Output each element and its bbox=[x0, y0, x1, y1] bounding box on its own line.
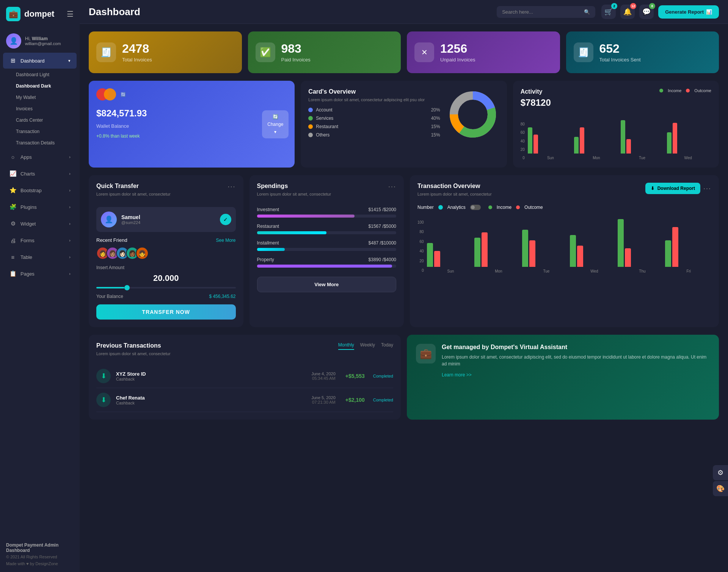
prev-bottom-row: Previous Transactions Lorem ipsum dolor … bbox=[89, 335, 719, 420]
sub-cards-center[interactable]: Cards Center bbox=[0, 114, 80, 126]
fab-palette[interactable]: 🎨 bbox=[713, 481, 728, 496]
generate-report-label: Generate Report bbox=[665, 9, 704, 15]
restaurant-spend-value: $1567 /$5000 bbox=[369, 224, 396, 229]
services-label: Services bbox=[316, 116, 333, 121]
sub-dashboard-dark[interactable]: Dashboard Dark bbox=[0, 80, 80, 92]
sidebar-item-charts[interactable]: 📈 Charts › bbox=[3, 166, 77, 182]
sidebar-item-plugins[interactable]: 🧩 Plugins › bbox=[3, 199, 77, 215]
sidebar-item-bootstrap[interactable]: ⭐ Bootstrap › bbox=[3, 182, 77, 198]
big-income-fri bbox=[665, 240, 671, 267]
activity-legend: Income Outcome bbox=[659, 88, 711, 93]
sidebar-item-dashboard[interactable]: ⊞ Dashboard ▾ bbox=[3, 53, 77, 69]
table-row: ⬇ XYZ Store ID Cashback June 4, 2020 05:… bbox=[96, 364, 393, 388]
legend-account: Account 20% bbox=[308, 107, 440, 113]
tx-legend: Number Analytics Income Outcome bbox=[417, 205, 711, 210]
big-y-axis: 100806040200 bbox=[417, 220, 424, 273]
property-label: Property bbox=[257, 257, 274, 262]
cart-button[interactable]: 🛒 2 bbox=[601, 5, 616, 19]
sub-dashboard-light[interactable]: Dashboard Light bbox=[0, 69, 80, 80]
tx-row-1-icon: ⬇ bbox=[96, 369, 111, 383]
sidebar-item-forms[interactable]: 🖨 Forms › bbox=[3, 232, 77, 248]
tx-row-1-status: Completed bbox=[373, 374, 393, 378]
services-pct: 40% bbox=[431, 116, 440, 121]
sidebar-item-apps[interactable]: ○ Apps › bbox=[3, 149, 77, 165]
big-outcome-tue bbox=[529, 240, 535, 267]
pages-label: Pages bbox=[20, 271, 65, 277]
fab-settings[interactable]: ⚙ bbox=[713, 465, 728, 480]
spendings-menu[interactable]: ··· bbox=[388, 183, 396, 191]
total-sent-icon: 🧾 bbox=[574, 42, 593, 62]
generate-report-button[interactable]: Generate Report 📊 bbox=[658, 5, 719, 19]
chart-icon: 📊 bbox=[706, 9, 712, 15]
chevron-down-icon: ▾ bbox=[68, 58, 71, 63]
spendings-header: Spendings Lorem ipsum dolor sit amet, co… bbox=[257, 183, 397, 202]
messages-button[interactable]: 💬 8 bbox=[639, 5, 654, 19]
sidebar-item-pages[interactable]: 📋 Pages › bbox=[3, 266, 77, 282]
view-more-button[interactable]: View More bbox=[257, 277, 397, 292]
big-bar-sun bbox=[427, 243, 473, 267]
quick-transfer-menu[interactable]: ··· bbox=[228, 183, 235, 191]
search-input[interactable] bbox=[502, 9, 581, 15]
dashboard-label: Dashboard bbox=[20, 58, 64, 64]
overview-subtitle: Lorem ipsum dolor sit amet, consectetur … bbox=[308, 97, 440, 102]
total-invoices-label: Total Invoices bbox=[122, 57, 152, 63]
logo-icon: 💼 bbox=[6, 7, 20, 21]
total-sent-info: 652 Total Invoices Sent bbox=[599, 42, 641, 63]
total-sent-label: Total Invoices Sent bbox=[599, 57, 641, 63]
message-badge: 8 bbox=[649, 3, 655, 9]
apps-icon: ○ bbox=[9, 153, 17, 161]
insert-amount-section: Insert Amount 20.000 Your Balance $ 456,… bbox=[96, 265, 236, 299]
transfer-user-info: Samuel @sum224 bbox=[121, 214, 140, 225]
spending-installment: Installment $487 /$10000 bbox=[257, 240, 397, 251]
middle-row: 🔄 $824,571.93 Wallet Balance +0.8% than … bbox=[89, 81, 719, 168]
sub-transaction-details[interactable]: Transaction Details bbox=[0, 137, 80, 149]
installment-value: $487 /$10000 bbox=[369, 240, 396, 246]
change-label: Change bbox=[267, 122, 283, 127]
overview-title: Card's Overview bbox=[308, 88, 440, 95]
widget-icon: ⚙ bbox=[9, 220, 17, 227]
refresh-icon-2: 🔄 bbox=[273, 114, 278, 119]
footer-brand: Dompet Payment Admin Dashboard bbox=[6, 542, 74, 553]
prev-tx-header: Previous Transactions Lorem ipsum dolor … bbox=[96, 342, 393, 361]
tx-row-1-info: XYZ Store ID Cashback bbox=[116, 371, 146, 381]
sub-transaction[interactable]: Transaction bbox=[0, 126, 80, 137]
sidebar-item-widget[interactable]: ⚙ Widget › bbox=[3, 216, 77, 232]
see-more-link[interactable]: See More bbox=[216, 238, 235, 243]
big-bar-fri bbox=[665, 227, 711, 267]
sidebar-item-table[interactable]: ≡ Table › bbox=[3, 249, 77, 265]
spendings-subtitle: Lorem ipsum dolor sit amet, consectetur bbox=[257, 192, 331, 196]
transfer-check-icon: ✓ bbox=[220, 214, 231, 225]
learn-more-link[interactable]: Learn more >> bbox=[442, 372, 472, 378]
download-report-button[interactable]: ⬇ Download Report bbox=[645, 183, 700, 194]
transfer-now-button[interactable]: TRANSFER NOW bbox=[96, 304, 236, 320]
unpaid-invoices-icon: ✕ bbox=[414, 42, 434, 62]
change-button[interactable]: 🔄 Change ▾ bbox=[262, 110, 289, 138]
avatar: 👤 bbox=[6, 33, 21, 49]
notifications-button[interactable]: 🔔 12 bbox=[620, 5, 635, 19]
tab-weekly[interactable]: Weekly bbox=[360, 342, 375, 350]
header-icons: 🛒 2 🔔 12 💬 8 Generate Report 📊 bbox=[601, 5, 719, 19]
tab-today[interactable]: Today bbox=[381, 342, 393, 350]
sub-my-wallet[interactable]: My Wallet bbox=[0, 92, 80, 103]
amount-slider[interactable] bbox=[96, 287, 236, 288]
friend-5: 👧 bbox=[136, 247, 149, 260]
transfer-user-handle: @sum224 bbox=[121, 220, 140, 225]
stat-card-total-invoices: 🧾 2478 Total Invoices bbox=[89, 31, 242, 73]
footer-made: Made with ♥ by DesignZone bbox=[6, 561, 74, 566]
hamburger-button[interactable]: ☰ bbox=[67, 9, 74, 19]
tx-row-2-amount: +$2,100 bbox=[345, 397, 365, 403]
big-bar-thu bbox=[618, 219, 664, 267]
big-bar-mon bbox=[474, 232, 521, 267]
tx-overview-header: Transaction Overview Lorem ipsum dolor s… bbox=[417, 183, 711, 202]
tx-overview-menu[interactable]: ··· bbox=[703, 185, 711, 193]
analytics-label: Analytics bbox=[447, 205, 466, 210]
chevron-right-icon-7: › bbox=[69, 255, 71, 259]
sub-invoices[interactable]: Invoices bbox=[0, 103, 80, 114]
quick-transfer: Quick Transfer Lorem ipsum dolor sit ame… bbox=[89, 175, 243, 327]
plugins-icon: 🧩 bbox=[9, 203, 17, 211]
insert-amount-label: Insert Amount bbox=[96, 265, 236, 270]
slider-thumb[interactable] bbox=[124, 285, 130, 290]
analytics-toggle[interactable] bbox=[470, 205, 481, 210]
tx-row-2-status: Completed bbox=[373, 398, 393, 402]
tab-monthly[interactable]: Monthly bbox=[338, 342, 354, 350]
